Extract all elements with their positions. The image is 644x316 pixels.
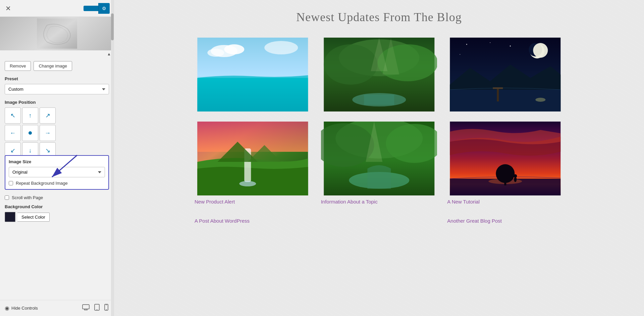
blog-link-information[interactable]: Information About a Topic	[321, 199, 437, 205]
pos-top-right[interactable]: ↗	[40, 107, 56, 124]
forest2-image	[321, 122, 437, 195]
forest1-image	[321, 38, 437, 111]
svg-point-15	[224, 44, 244, 54]
remove-button[interactable]: Remove	[5, 61, 31, 71]
position-grid: ↖ ↑ ↗ ← → ↙ ↓ ↘	[5, 107, 109, 159]
blog-link-wordpress[interactable]: A Post About WordPress	[195, 218, 311, 224]
annotation-arrow-svg	[0, 152, 107, 185]
blog-card-waterfall: New Product Alert	[195, 122, 311, 205]
svg-point-21	[324, 44, 377, 85]
scroll-page-checkbox[interactable]	[5, 195, 9, 200]
pos-center[interactable]	[22, 125, 38, 141]
image-preview-strip	[0, 17, 114, 50]
bottom-link-2	[321, 215, 437, 224]
scroll-arrow: ▲	[0, 50, 114, 58]
desktop-icon	[82, 304, 90, 310]
blog-grid: New Product Alert	[195, 38, 564, 205]
panel-scrollbar-thumb	[111, 13, 114, 40]
bottom-link-3: Another Great Blog Post	[447, 215, 564, 224]
settings-button[interactable]: ⚙	[98, 3, 110, 14]
pos-top-center[interactable]: ↑	[22, 107, 38, 124]
pos-top-left[interactable]: ↖	[5, 107, 21, 124]
scroll-row: Scroll with Page	[0, 193, 114, 202]
blog-card-sunset: A New Tutorial	[447, 122, 564, 205]
svg-point-30	[490, 42, 491, 43]
right-content: Newest Updates From The Blog	[114, 0, 644, 316]
tablet-icon-button[interactable]	[94, 303, 100, 313]
scroll-page-label: Scroll with Page	[12, 195, 43, 200]
hide-controls-button[interactable]: ◉ Hide Controls	[5, 305, 38, 311]
svg-rect-35	[497, 88, 499, 101]
svg-point-29	[466, 44, 467, 45]
color-picker-row: Select Color	[5, 212, 109, 222]
pos-mid-left[interactable]: ←	[5, 125, 21, 141]
publish-button[interactable]	[84, 6, 98, 11]
svg-rect-0	[37, 18, 77, 49]
blog-link-another[interactable]: Another Great Blog Post	[447, 218, 564, 224]
hide-controls-label: Hide Controls	[11, 306, 38, 311]
svg-point-41	[239, 181, 256, 186]
bottom-link-1: A Post About WordPress	[195, 215, 311, 224]
moonlake-image	[447, 38, 564, 111]
mobile-icon-button[interactable]	[104, 303, 109, 313]
bottom-bar: ◉ Hide Controls	[0, 300, 114, 316]
svg-point-28	[533, 43, 548, 58]
preset-dropdown-row: Custom Default Fill Screen Fit to Screen…	[0, 83, 114, 98]
desktop-icon-button[interactable]	[82, 303, 90, 313]
svg-point-32	[460, 54, 461, 55]
left-panel: ✕ ⚙ ▲ Re	[0, 0, 114, 316]
svg-rect-24	[364, 95, 394, 105]
device-icons	[82, 303, 109, 313]
svg-point-31	[510, 46, 511, 47]
svg-rect-51	[504, 174, 506, 185]
svg-point-53	[514, 174, 517, 178]
mobile-icon	[104, 304, 108, 311]
close-button[interactable]: ✕	[4, 3, 12, 14]
blog-card-forest1	[321, 38, 437, 111]
svg-point-16	[207, 49, 224, 57]
blog-link-new-product[interactable]: New Product Alert	[195, 199, 311, 205]
hide-controls-circle-icon: ◉	[5, 305, 9, 311]
svg-rect-39	[197, 122, 308, 152]
color-swatch[interactable]	[5, 212, 15, 222]
select-color-button[interactable]: Select Color	[17, 213, 50, 222]
svg-point-8	[97, 309, 97, 310]
beach-image	[195, 38, 311, 111]
blog-card-beach	[195, 38, 311, 111]
blog-card-forest2: Information About a Topic	[321, 122, 437, 205]
preview-image-svg	[37, 18, 77, 49]
top-bar: ✕ ⚙	[0, 0, 114, 17]
blog-bottom-row: A Post About WordPress Another Great Blo…	[195, 215, 564, 224]
panel-scrollbar[interactable]	[111, 0, 114, 316]
blog-link-tutorial[interactable]: A New Tutorial	[447, 199, 564, 205]
publish-group: ⚙	[84, 3, 110, 14]
svg-line-2	[52, 155, 77, 177]
bg-color-label: Background Color	[5, 204, 109, 209]
center-dot	[29, 131, 32, 135]
bg-color-section: Background Color Select Color	[0, 202, 114, 224]
sunset-image	[447, 122, 564, 195]
svg-point-34	[536, 98, 546, 102]
svg-point-10	[106, 309, 107, 310]
preset-select[interactable]: Custom Default Fill Screen Fit to Screen…	[5, 84, 109, 94]
preset-label: Preset	[0, 74, 114, 83]
image-preview-placeholder	[0, 17, 114, 50]
blog-card-moonlake	[447, 38, 564, 111]
waterfall-image	[195, 122, 311, 195]
action-buttons: Remove Change image	[0, 58, 114, 74]
blog-title: Newest Updates From The Blog	[127, 10, 631, 24]
svg-rect-36	[493, 87, 503, 89]
tablet-icon	[94, 304, 100, 311]
change-image-button[interactable]: Change image	[34, 61, 72, 71]
blog-area: Newest Updates From The Blog	[114, 0, 644, 316]
pos-mid-right[interactable]: →	[40, 125, 56, 141]
image-position-label: Image Position	[0, 98, 114, 106]
spacer	[0, 224, 114, 244]
svg-point-17	[264, 41, 298, 54]
svg-rect-3	[83, 305, 89, 309]
